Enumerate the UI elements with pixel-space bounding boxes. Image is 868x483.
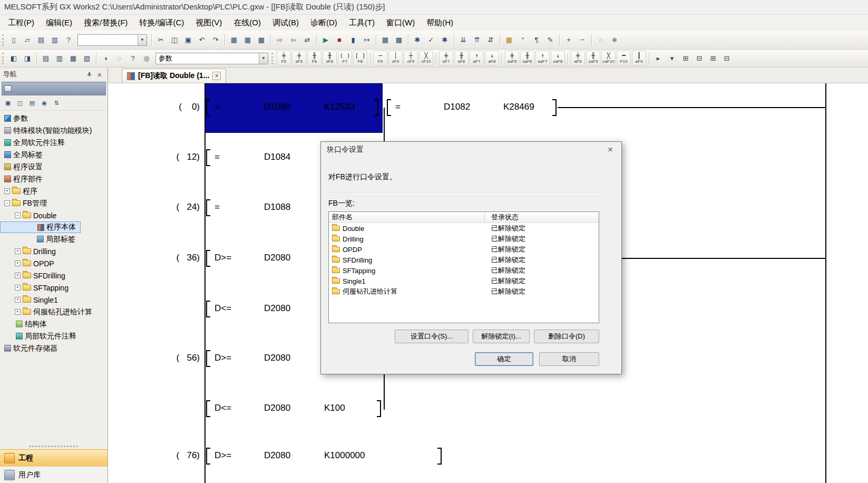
program-read-icon[interactable]: ⇊	[457, 34, 470, 46]
column-delete-icon[interactable]: ⊟	[720, 52, 733, 65]
instruction-op[interactable]: =	[395, 102, 401, 112]
tree-item-parameters[interactable]: 参数	[0, 112, 108, 124]
write-to-plc-icon[interactable]: ⇨	[274, 34, 286, 46]
ladder-symbol-saF8-button[interactable]: ↓saF8	[551, 51, 565, 66]
column-insert-icon[interactable]: ⊞	[707, 52, 719, 65]
pin-icon[interactable]	[84, 70, 94, 79]
help-icon[interactable]: ?	[62, 34, 75, 46]
device-operand[interactable]: D2080	[264, 303, 290, 314]
connection-window-icon[interactable]: ◨	[21, 52, 34, 65]
device-operand[interactable]: D1088	[264, 202, 290, 212]
ok-button[interactable]: 确定	[475, 352, 533, 366]
instruction-op[interactable]: D>=	[214, 450, 231, 461]
column-header-name[interactable]: 部件名	[329, 212, 485, 223]
nav-books-icon[interactable]: ▤	[27, 98, 37, 109]
ladder-symbol-aF5-button[interactable]: ╪aF5	[571, 51, 585, 66]
tree-item-program-setting[interactable]: 程序设置	[0, 161, 108, 173]
comment-display-icon[interactable]: “	[516, 34, 529, 46]
tree-item-drilling[interactable]: Drilling	[0, 245, 108, 257]
collapse-minus-icon[interactable]	[4, 200, 10, 206]
tree-item-single1[interactable]: Single1	[0, 294, 108, 306]
tree-item-local-comment[interactable]: 局部软元件注释	[0, 330, 108, 342]
ladder-symbol-sF5-button[interactable]: ╪sF5	[292, 51, 306, 66]
cancel-button[interactable]: 取消	[539, 352, 599, 366]
tree-item-fb-management[interactable]: FB管理	[0, 197, 108, 209]
fb-row[interactable]: SFTapping 已解除锁定	[329, 265, 599, 276]
tree-item-global-comment[interactable]: 全局软元件注释	[0, 137, 108, 149]
tree-item-structure[interactable]: 结构体	[0, 318, 108, 330]
redo-icon[interactable]: ↷	[209, 34, 222, 46]
nav-sort-icon[interactable]: ⇅	[51, 98, 62, 109]
instruction-op[interactable]: D>=	[214, 253, 231, 263]
device-memory-icon[interactable]: ▦	[241, 34, 254, 46]
zoom-in-icon[interactable]: +	[562, 34, 575, 46]
copy-icon[interactable]: ◫	[168, 34, 181, 46]
constant-operand[interactable]: K12533	[324, 102, 355, 112]
menu-project[interactable]: 工程(P)	[2, 16, 40, 30]
overwrite-mode-icon[interactable]: ▾	[666, 52, 678, 65]
fb-row[interactable]: SFDrilling 已解除锁定	[329, 255, 599, 265]
menu-help[interactable]: 帮助(H)	[421, 16, 459, 30]
fb-row[interactable]: 伺服钻孔进给计算 已解除锁定	[329, 286, 599, 297]
zoom-out-icon[interactable]: −	[576, 34, 589, 46]
document-tab[interactable]: [FB]读取 Double (1...	[122, 69, 226, 83]
device-operand[interactable]: D2080	[264, 353, 290, 363]
nav-info-icon[interactable]: ◉	[39, 98, 50, 109]
read-from-plc-icon[interactable]: ⇦	[287, 34, 300, 46]
device-operand[interactable]: D2080	[264, 253, 290, 263]
menu-view[interactable]: 视图(V)	[190, 16, 228, 30]
collapse-minus-icon[interactable]	[15, 212, 21, 218]
line-insert-icon[interactable]: ⊞	[679, 52, 692, 65]
constant-operand[interactable]: K1000000	[324, 450, 365, 461]
menu-find-replace[interactable]: 搜索/替换(F)	[78, 16, 133, 30]
menu-compile[interactable]: 转换/编译(C)	[133, 16, 190, 30]
step-run-icon[interactable]: ↦	[360, 34, 373, 46]
verify-with-plc-icon[interactable]: ⇄	[301, 34, 314, 46]
insert-mode-icon[interactable]: ▸	[652, 52, 665, 65]
ladder-symbol-sF7-button[interactable]: ╪sF7	[439, 51, 453, 66]
unlock-button[interactable]: 解除锁定(I)...	[473, 330, 530, 343]
ladder-symbol-sF8-button[interactable]: ╫sF8	[454, 51, 469, 66]
project-section-bar[interactable]	[2, 82, 106, 95]
nav-paste-icon[interactable]: ▣	[3, 98, 13, 109]
instruction-op[interactable]: D>=	[214, 353, 231, 363]
monitor-start-icon[interactable]: ▶	[319, 34, 332, 46]
find-icon[interactable]: ◌	[594, 34, 607, 46]
open-icon[interactable]: ▱	[21, 34, 34, 46]
toolbar-grip[interactable]	[2, 34, 5, 46]
monitor-stop-icon[interactable]: ■	[333, 34, 346, 46]
menu-tools[interactable]: 工具(T)	[343, 16, 381, 30]
display-mode-icon[interactable]: ◑	[99, 52, 112, 65]
device-operand[interactable]: D1082	[444, 102, 470, 112]
undo-icon[interactable]: ↶	[196, 34, 208, 46]
tree-item-pou[interactable]: 程序部件	[0, 173, 108, 185]
monitor-pause-icon[interactable]: ▮	[347, 34, 359, 46]
tree-item-intelligent-module[interactable]: 特殊模块(智能功能模块)	[0, 124, 108, 137]
expand-plus-icon[interactable]	[15, 260, 21, 266]
save-icon[interactable]: ▤	[35, 34, 47, 46]
help-toggle-icon[interactable]: ?	[126, 52, 139, 65]
fb-list[interactable]: 部件名 登录状态 Double 已解除锁定 Drilling 已解除锁定 OPD…	[328, 211, 599, 323]
dialog-close-icon[interactable]	[599, 142, 621, 158]
device-display-1-icon[interactable]: ▤	[40, 52, 52, 65]
ladder-symbol-cF9-button[interactable]: ┼cF9	[404, 51, 418, 66]
combo-dropdown-icon[interactable]	[259, 53, 268, 64]
ladder-symbol-aF7-button[interactable]: ↑aF7	[470, 51, 484, 66]
expand-plus-icon[interactable]	[15, 248, 21, 254]
menu-debug[interactable]: 调试(B)	[267, 16, 305, 30]
device-display-3-icon[interactable]: ▦	[67, 52, 80, 65]
ladder-symbol-aF9-button[interactable]: ┃aF9	[632, 51, 646, 66]
expand-plus-icon[interactable]	[15, 309, 21, 315]
parameter-combo[interactable]: 参数	[155, 53, 268, 64]
project-tree[interactable]: 参数 特殊模块(智能功能模块) 全局软元件注释 全局标签 程序设置 程序部件	[0, 111, 108, 443]
cut-icon[interactable]: ✂	[154, 34, 167, 46]
tree-item-double[interactable]: Double	[0, 209, 108, 221]
zoom-select-icon[interactable]: ◌	[113, 52, 125, 65]
ladder-symbol-F7-button[interactable]: ( )F7	[338, 51, 352, 66]
tree-item-opdp[interactable]: OPDP	[0, 257, 108, 269]
tab-close-icon[interactable]	[212, 72, 221, 80]
tree-item-sftapping[interactable]: SFTapping	[0, 282, 108, 294]
expand-plus-icon[interactable]	[4, 188, 10, 194]
tree-item-sfdrilling[interactable]: SFDrilling	[0, 269, 108, 282]
menu-edit[interactable]: 编辑(E)	[40, 16, 78, 30]
